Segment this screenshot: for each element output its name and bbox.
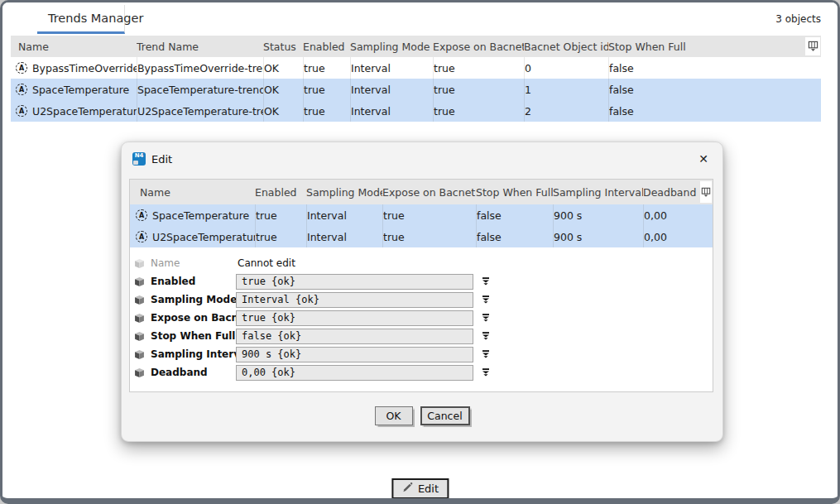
cell-stop-when-full: false	[608, 100, 821, 122]
table-row-selected[interactable]: AU2SpaceTemperature U2SpaceTemperature-t…	[11, 100, 821, 122]
column-header-sampling-mode[interactable]: Sampling Mode	[306, 186, 382, 199]
field-readonly-value: Cannot edit	[236, 257, 473, 269]
property-icon	[134, 331, 145, 342]
cell-sampling-mode: Interval	[306, 226, 382, 247]
cell-expose-on-bacnet: true	[433, 57, 524, 79]
column-header-deadband[interactable]: Deadband	[643, 186, 699, 199]
field-label: Name	[151, 257, 236, 269]
close-icon[interactable]: ✕	[695, 151, 712, 167]
cell-trend-name: BypassTimeOverride-trend	[137, 57, 263, 79]
column-header-stop-when-full[interactable]: Stop When Full	[476, 186, 553, 199]
edit-button-label: Edit	[418, 482, 439, 495]
tab-label: Trends Manager	[48, 12, 143, 25]
deadband-field[interactable]: 0,00 {ok}	[236, 365, 473, 381]
trends-table: Name Trend Name Status Enabled Sampling …	[11, 36, 821, 122]
app-window: Trends Manager 3 objects Name Trend Name…	[0, 0, 840, 504]
field-label: Sampling Interval	[151, 348, 236, 360]
column-header-name[interactable]: Name	[11, 41, 137, 53]
expose-on-bacnet-field[interactable]: true {ok}	[236, 310, 473, 326]
column-header-stop-when-full[interactable]: Stop When Full	[608, 41, 804, 53]
column-header-sampling-mode[interactable]: Sampling Mode	[350, 41, 433, 53]
column-options-button[interactable]	[700, 181, 712, 203]
column-header-expose-on-bacnet[interactable]: Expose on Bacnet	[382, 186, 476, 199]
column-header-enabled[interactable]: Enabled	[255, 186, 306, 199]
cell-name: SpaceTemperature	[152, 209, 249, 222]
tab-trends-manager[interactable]: Trends Manager	[37, 5, 125, 34]
field-label: Expose on Bacnet	[151, 312, 236, 324]
field-label: Deadband	[151, 367, 236, 378]
dropdown-button[interactable]	[473, 349, 498, 359]
column-header-expose-on-bacnet[interactable]: Expose on Bacnet	[433, 41, 524, 53]
app-logo-icon: N4	[132, 152, 146, 166]
edit-dialog: N4 Edit ✕ Name Enabled Sampling Mode Exp…	[121, 142, 723, 442]
cell-name: U2SpaceTemperature	[32, 105, 137, 118]
cancel-button[interactable]: Cancel	[420, 406, 470, 425]
column-header-enabled[interactable]: Enabled	[303, 41, 350, 53]
dropdown-button[interactable]	[473, 367, 498, 377]
dialog-table-row-selected[interactable]: ASpaceTemperature true Interval true fal…	[130, 204, 713, 226]
stop-when-full-field[interactable]: false {ok}	[236, 329, 473, 344]
dropdown-button[interactable]	[473, 295, 498, 305]
trend-item-icon: A	[136, 231, 147, 242]
cell-bacnet-object-id: 0	[524, 57, 608, 79]
column-options-button[interactable]	[805, 37, 820, 55]
cell-status: OK	[263, 79, 303, 100]
trend-item-icon: A	[16, 84, 27, 95]
cell-status: OK	[263, 57, 303, 79]
property-icon	[134, 349, 145, 360]
table-row-selected[interactable]: ASpaceTemperature SpaceTemperature-trend…	[11, 79, 821, 100]
cell-expose-on-bacnet: true	[433, 79, 524, 100]
column-header-name[interactable]: Name	[130, 186, 255, 199]
cell-deadband: 0,00	[643, 226, 713, 247]
dialog-title: Edit	[151, 153, 172, 166]
cell-stop-when-full: false	[476, 204, 553, 226]
table-options-icon	[808, 39, 818, 55]
property-icon	[134, 276, 145, 287]
dialog-table-row-selected[interactable]: AU2SpaceTemperature true Interval true f…	[130, 226, 713, 247]
trend-item-icon: A	[16, 62, 27, 74]
field-label: Enabled	[151, 276, 236, 287]
cell-sampling-interval: 900 s	[553, 226, 643, 247]
property-form: Name Cannot edit Enabled true {ok} Sampl…	[130, 251, 713, 382]
field-row-name: Name Cannot edit	[130, 254, 713, 272]
table-options-icon	[701, 185, 711, 200]
cell-name: BypassTimeOverride	[32, 62, 137, 74]
cell-stop-when-full: false	[476, 226, 553, 247]
cell-sampling-mode: Interval	[350, 100, 433, 122]
cell-sampling-interval: 900 s	[553, 204, 643, 226]
dialog-table-header: Name Enabled Sampling Mode Expose on Bac…	[130, 180, 713, 204]
field-row-sampling-interval: Sampling Interval 900 s {ok}	[130, 345, 713, 363]
pencil-icon	[401, 482, 413, 496]
table-row[interactable]: ABypassTimeOverride BypassTimeOverride-t…	[11, 57, 821, 79]
cell-enabled: true	[255, 204, 306, 226]
cell-trend-name: SpaceTemperature-trend	[137, 79, 263, 100]
trend-item-icon: A	[16, 105, 27, 117]
column-header-status[interactable]: Status	[263, 41, 303, 53]
sampling-mode-field[interactable]: Interval {ok}	[236, 292, 473, 308]
dropdown-button[interactable]	[473, 313, 498, 323]
column-header-bacnet-object-id[interactable]: Bacnet Object id	[524, 41, 608, 53]
cell-trend-name: U2SpaceTemperature-trend	[137, 100, 263, 122]
cell-name: SpaceTemperature	[32, 84, 129, 96]
edit-button[interactable]: Edit	[391, 478, 449, 499]
cell-name: U2SpaceTemperature	[152, 231, 255, 243]
field-row-stop-when-full: Stop When Full false {ok}	[130, 327, 713, 345]
dropdown-button[interactable]	[473, 331, 498, 341]
objects-count: 3 objects	[775, 13, 821, 25]
column-header-trend-name[interactable]: Trend Name	[137, 41, 263, 53]
field-row-deadband: Deadband 0,00 {ok}	[130, 363, 713, 382]
cell-stop-when-full: false	[608, 79, 821, 100]
cell-sampling-mode: Interval	[350, 57, 433, 79]
ok-button[interactable]: OK	[375, 406, 413, 425]
property-icon	[134, 258, 145, 269]
enabled-field[interactable]: true {ok}	[236, 274, 473, 290]
trend-item-icon: A	[136, 209, 147, 221]
cell-bacnet-object-id: 1	[524, 79, 608, 100]
column-header-sampling-interval[interactable]: Sampling Interval	[553, 186, 643, 199]
cell-bacnet-object-id: 2	[524, 100, 608, 122]
cell-expose-on-bacnet: true	[382, 226, 476, 247]
dropdown-button[interactable]	[473, 276, 498, 286]
sampling-interval-field[interactable]: 900 s {ok}	[236, 347, 473, 362]
edit-panel: Name Enabled Sampling Mode Expose on Bac…	[129, 179, 713, 392]
cell-enabled: true	[303, 79, 350, 100]
